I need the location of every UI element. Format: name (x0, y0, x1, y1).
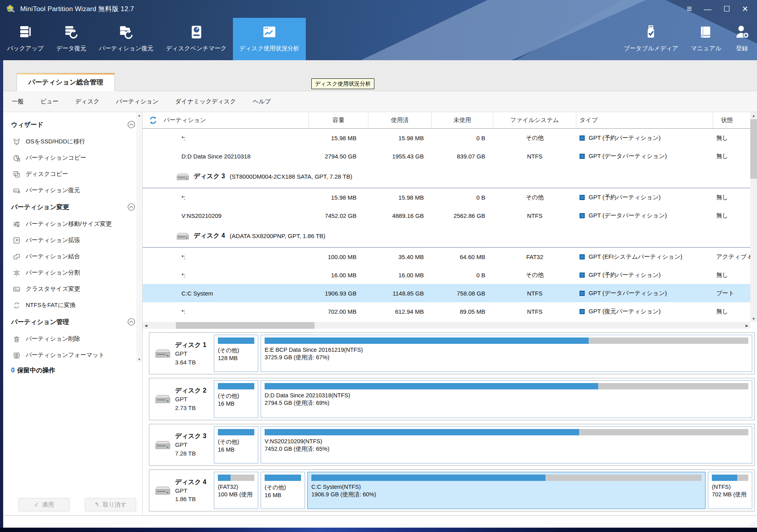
resize-grip-icon[interactable]: .:: (749, 521, 755, 527)
chevron-up-icon[interactable] (128, 203, 135, 211)
partition-block[interactable]: (その他) 16 MB (261, 472, 305, 509)
sidebar-item-partition-restore[interactable]: パーティション復元 (11, 182, 142, 198)
toolbar-disk-benchmark-button[interactable]: ディスクベンチマーク (160, 18, 233, 60)
vertical-scrollbar[interactable]: ▲ ▼ (750, 112, 757, 322)
disk-panel[interactable]: ディスク 1 GPT 3.64 TB (その他) 128 MB E:E BCP … (149, 332, 755, 374)
partition-filesystem: NTFS (493, 290, 576, 297)
partition-block[interactable]: V:NS20210209(NTFS) 7452.0 GB (使用済: 65%) (261, 426, 752, 463)
sidebar-section-wizard[interactable]: ウィザード (11, 116, 142, 133)
scroll-left-arrow-icon[interactable]: ◀ (143, 322, 149, 329)
toolbar-data-recovery-button[interactable]: データ復元 (50, 18, 93, 60)
disk-panel[interactable]: ディスク 4 GPT 1.86 TB (FAT32) 100 MB (使用 (そ… (149, 469, 755, 511)
disk-panel[interactable]: ディスク 3 GPT 7.28 TB (その他) 16 MB V:NS20210… (149, 424, 755, 466)
pending-count: 0 (11, 367, 15, 374)
usage-bar (265, 429, 748, 435)
toolbar-manual-button[interactable]: マニュアル (685, 18, 728, 60)
scroll-right-arrow-icon[interactable]: ▶ (744, 322, 750, 329)
partition-used: 15.98 MB (368, 135, 432, 141)
minimize-button[interactable]: — (704, 5, 711, 13)
sidebar: ウィザード OSをSSD/HDDに移行 (3, 112, 143, 515)
table-row[interactable]: *: 15.98 MB 15.98 MB 0 B その他 GPT (予約パーティ… (143, 188, 750, 206)
scroll-up-arrow-icon[interactable]: ▲ (136, 112, 142, 118)
scroll-down-arrow-icon[interactable]: ▼ (136, 356, 142, 362)
table-row[interactable]: V:NS20210209 7452.02 GB 4889.16 GB 2562.… (143, 206, 750, 225)
partition-type: GPT (データパーティション) (576, 212, 713, 219)
column-used[interactable]: 使用済 (368, 112, 432, 128)
disk-panel[interactable]: ディスク 2 GPT 2.73 TB (その他) 16 MB D:D Data … (149, 378, 755, 420)
partition-block[interactable]: (NTFS) 702 MB (使用 (708, 472, 752, 509)
toolbar-partition-recovery-button[interactable]: パーティション復元 (93, 18, 160, 60)
horizontal-scrollbar[interactable]: ◀ ▶ (143, 322, 750, 329)
table-row[interactable]: *: 15.98 MB 15.98 MB 0 B その他 GPT (予約パーティ… (143, 129, 750, 147)
sidebar-item-cluster-size[interactable]: クラスタサイズ変更 (11, 281, 142, 297)
toolbar-bootable-media-button[interactable]: ブータブルメディア (617, 18, 685, 60)
toolbar-backup-button[interactable]: バックアップ (1, 18, 50, 60)
chevron-up-icon[interactable] (128, 121, 135, 128)
refresh-icon[interactable] (149, 116, 157, 124)
menu-item-4[interactable]: ダイナミックディスク (175, 98, 236, 105)
section-title: パーティション変更 (11, 203, 69, 212)
sidebar-item-convert-ntfs-fat[interactable]: NTFSをFATに変換 (11, 297, 142, 313)
scroll-up-arrow-icon[interactable]: ▲ (750, 112, 757, 119)
menu-item-3[interactable]: パーティション (116, 98, 158, 105)
sidebar-item-move-resize[interactable]: パーティション移動/サイズ変更 (11, 216, 142, 232)
usage-bar (218, 383, 254, 389)
table-row[interactable]: *: 100.00 MB 35.40 MB 64.60 MB FAT32 GPT… (143, 248, 750, 266)
toolbar-register-button[interactable]: 登録 (728, 18, 756, 60)
partition-block[interactable]: (その他) 16 MB (214, 426, 258, 463)
partition-type-icon (580, 135, 585, 141)
table-row[interactable]: D:D Data Since 20210318 2794.50 GB 1955.… (143, 147, 750, 165)
usage-bar (218, 429, 254, 435)
apply-button[interactable]: ✓ 適用 (18, 498, 70, 511)
undo-button[interactable]: ↰ 取り消す (85, 498, 136, 511)
table-row[interactable]: C:C System 1906.93 GB 1148.85 GB 758.08 … (143, 284, 750, 302)
column-unused[interactable]: 未使用 (432, 112, 493, 128)
column-partition[interactable]: パーティション (143, 112, 309, 128)
menu-item-0[interactable]: 一般 (12, 98, 24, 105)
bootable-media-icon (643, 24, 659, 40)
horizontal-scroll-thumb[interactable] (176, 322, 315, 329)
partition-block[interactable]: (その他) 16 MB (214, 380, 258, 418)
toolbar-disk-usage-button[interactable]: ディスク使用状況分析 (233, 18, 305, 60)
sidebar-item-format-partition[interactable]: パーティションフォーマット (11, 347, 142, 363)
menu-item-1[interactable]: ビュー (40, 98, 59, 105)
sidebar-item-delete-partition[interactable]: パーティション削除 (11, 331, 142, 347)
disk-group-row[interactable]: ディスク 3 (ST8000DM004-2CX188 SATA, GPT, 7.… (143, 165, 750, 188)
partition-block[interactable]: C:C System(NTFS) 1906.9 GB (使用済: 60%) (307, 472, 706, 509)
partition-type-label: GPT (予約パーティション) (589, 134, 661, 142)
partition-unused: 0 B (432, 272, 493, 278)
partition-capacity: 100.00 MB (309, 254, 368, 260)
vertical-scroll-thumb[interactable] (750, 119, 757, 179)
window-menu-button[interactable]: ≡ (687, 4, 692, 13)
sidebar-scrollbar[interactable]: ▲ ▼ (136, 112, 142, 362)
menu-item-5[interactable]: ヘルプ (253, 98, 271, 105)
partition-block[interactable]: (その他) 128 MB (214, 335, 258, 372)
sidebar-item-partition-copy[interactable]: パーティションコピー (11, 150, 142, 166)
partition-block[interactable]: (FAT32) 100 MB (使用 (214, 472, 258, 509)
menu-item-2[interactable]: ディスク (75, 98, 99, 105)
column-status[interactable]: 状態 (713, 112, 750, 128)
partition-block[interactable]: E:E BCP Data Since 20161219(NTFS) 3725.9… (261, 335, 752, 372)
disk-group-row[interactable]: ディスク 4 (ADATA SX8200PNP, GPT, 1.86 TB) (143, 225, 750, 248)
sidebar-item-merge-partition[interactable]: パーティション結合 (11, 248, 142, 265)
chevron-up-icon[interactable] (128, 318, 135, 326)
column-capacity[interactable]: 容量 (309, 112, 368, 128)
scroll-down-arrow-icon[interactable]: ▼ (750, 315, 757, 322)
sidebar-section-partition-change[interactable]: パーティション変更 (11, 198, 142, 216)
sidebar-item-split-partition[interactable]: パーティション分割 (11, 265, 142, 281)
column-filesystem[interactable]: ファイルシステム (493, 112, 576, 128)
partition-block[interactable]: D:D Data Since 20210318(NTFS) 2794.5 GB … (261, 380, 752, 418)
table-row[interactable]: *: 702.00 MB 612.94 MB 89.05 MB NTFS GPT… (143, 302, 750, 320)
column-type[interactable]: タイプ (576, 112, 713, 128)
sidebar-item-extend-partition[interactable]: パーティション拡張 (11, 232, 142, 248)
tab-partition-management[interactable]: パーティション総合管理 (17, 73, 115, 91)
partition-used: 16.00 MB (368, 272, 432, 278)
window-left-edge (0, 60, 3, 532)
close-button[interactable]: ✕ (742, 5, 748, 13)
table-row[interactable]: *: 16.00 MB 16.00 MB 0 B その他 GPT (予約パーティ… (143, 266, 750, 284)
sidebar-item-migrate-os[interactable]: OSをSSD/HDDに移行 (11, 133, 142, 150)
sidebar-item-disk-copy[interactable]: ディスクコピー (11, 166, 142, 182)
disk-drive-icon (155, 485, 170, 496)
maximize-button[interactable]: ☐ (723, 5, 730, 13)
sidebar-section-partition-management[interactable]: パーティション管理 (11, 313, 142, 331)
